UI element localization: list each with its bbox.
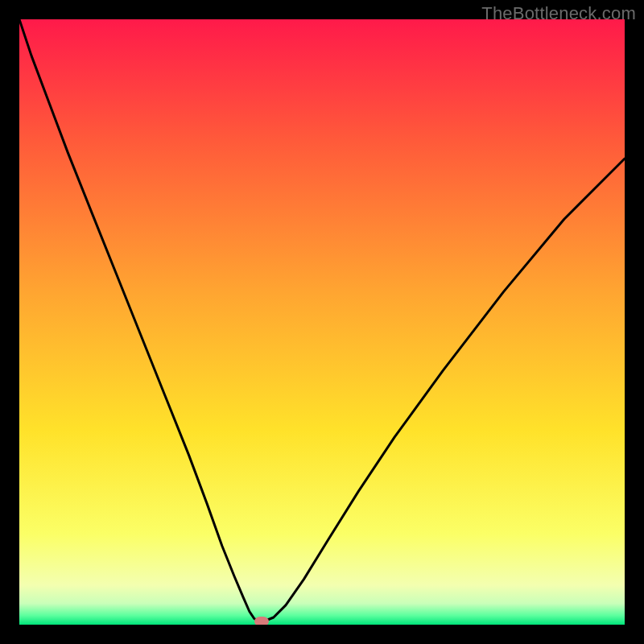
watermark-text: TheBottleneck.com xyxy=(481,3,636,24)
plot-area xyxy=(19,19,625,625)
bottleneck-curve xyxy=(19,19,625,625)
chart-frame: TheBottleneck.com xyxy=(0,0,644,644)
minimum-marker xyxy=(254,617,269,625)
